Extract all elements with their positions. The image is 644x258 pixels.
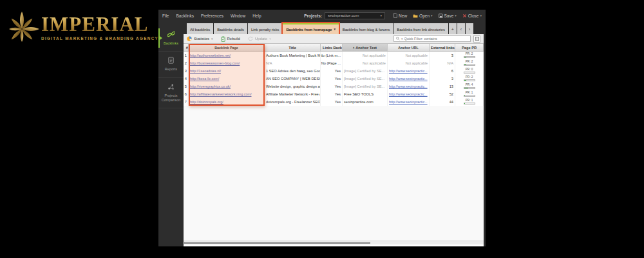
tab-link-penalty-risks[interactable]: Link penalty risks — [248, 23, 282, 34]
page-pr-cell: PR: 1 — [455, 90, 484, 98]
sidebar-item-reports[interactable]: Reports — [158, 52, 184, 77]
imperial-logo: IMPERIAL DIGITAL MARKETING & BRANDING AG… — [5, 8, 158, 49]
scrollbar-thumb[interactable] — [184, 242, 370, 244]
scroll-tabs-left-button[interactable]: ‹ — [457, 23, 465, 34]
chevron-down-icon: ▾ — [480, 14, 482, 17]
column-header-links-back[interactable]: Links Back — [321, 44, 343, 51]
backlink-page-link[interactable]: http://affiliatemarketernetwork.ning.com… — [190, 92, 251, 96]
menu-file[interactable]: File — [162, 14, 169, 18]
title-cell: AN SEO COMPANY | WEB DESIGN | ... — [265, 75, 321, 83]
statistics-button[interactable]: Statistics ▾ — [187, 36, 213, 41]
anchor-url-cell: http://www.seoinpractic... — [388, 98, 430, 106]
page-pr-label: PR: 2 — [466, 53, 473, 56]
column-header-external-links[interactable]: External links — [430, 44, 455, 51]
external-links-cell: 6 — [430, 67, 455, 75]
anchor-text-cell: [Image] Certified by SE... — [343, 67, 388, 75]
page-pr-indicator: PR: 4 — [464, 84, 475, 90]
anchor-url-cell: http://www.seoinpractic... — [388, 83, 430, 90]
row-number-cell: 3 — [184, 67, 189, 75]
new-button-label: New — [399, 14, 407, 18]
table-row[interactable]: 1http://authorswebsites.net/Authors Book… — [184, 52, 484, 59]
tab-all-backlinks[interactable]: All backlinks — [187, 23, 213, 34]
anchor-url-cell: http://www.seoinpractic... — [388, 90, 430, 98]
page-pr-bar — [464, 56, 475, 58]
anchor-text-cell: Not applicable — [343, 59, 388, 67]
quick-filter-input[interactable] — [404, 37, 468, 41]
column-header-anchor-url[interactable]: Anchor URL — [388, 44, 430, 51]
column-header-anchor-text[interactable]: ▴Anchor Text — [343, 44, 388, 51]
column-header-[interactable]: # — [184, 44, 189, 51]
row-number-cell: 5 — [184, 83, 189, 90]
page-pr-label: PR: 0 — [466, 68, 473, 72]
backlink-page-link[interactable]: http://1seoadvies.nl/ — [190, 69, 221, 73]
close-button[interactable]: Close▾ — [462, 13, 482, 18]
anchor-text-cell: seoinpractice.com — [343, 98, 388, 106]
row-number-cell: 7 — [184, 98, 189, 106]
add-tab-button[interactable]: + — [449, 23, 457, 34]
anchor-url-link[interactable]: http://www.seoinpractic... — [389, 84, 428, 88]
backlink-page-link[interactable]: http://businesswomen-blog.com/ — [190, 61, 240, 65]
table-row[interactable]: 7http://dotcompals.org/dotcompals.org - … — [184, 98, 484, 106]
column-header-title[interactable]: Title — [265, 44, 321, 51]
sidebar-item-label: Reports — [165, 67, 177, 72]
menu-preferences[interactable]: Preferences — [201, 14, 223, 18]
horizontal-scrollbar[interactable] — [184, 241, 484, 244]
refresh-arrows-icon — [248, 36, 253, 41]
anchor-url-cell: Not applicable — [388, 59, 430, 67]
sidebar-item-projects-comparison[interactable]: Projects Comparison — [158, 78, 184, 108]
anchor-url-link[interactable]: http://www.seoinpractic... — [389, 77, 428, 81]
clipboard-check-icon — [221, 36, 225, 42]
anchor-url-link[interactable]: http://www.seoinpractic... — [389, 69, 428, 73]
projects-area: Projects: seoinpractice.com ▾ NewOpen▾Sa… — [304, 12, 482, 19]
toolbar: Statistics ▾ Rebuild Update ▾ ▾ — [184, 34, 484, 44]
column-header-backlink-page[interactable]: Backlink Page — [189, 44, 265, 51]
save-button[interactable]: Save▾ — [439, 13, 457, 18]
new-button[interactable]: New — [393, 13, 407, 18]
menu-help[interactable]: Help — [252, 14, 261, 18]
links-back-cell: Yes — [321, 83, 343, 90]
project-select[interactable]: seoinpractice.com ▾ — [325, 12, 385, 19]
page-pr-indicator: PR: 1 — [464, 92, 475, 97]
tab-backlinks-details[interactable]: Backlinks details — [214, 23, 247, 34]
open-button[interactable]: Open▾ — [413, 13, 432, 18]
title-cell: Website design, graphic design and... — [265, 83, 321, 90]
table-row[interactable]: 5http://riversgraphics.co.uk/Website des… — [184, 83, 484, 90]
imperial-star-icon — [5, 8, 40, 49]
menu-window[interactable]: Window — [231, 14, 245, 18]
page-pr-bar-fill — [464, 95, 466, 96]
logo-subtitle: DIGITAL MARKETING & BRANDING AGENCY — [41, 36, 158, 41]
backlink-page-link[interactable]: http://authorswebsites.net/ — [190, 54, 231, 57]
column-header-label: Anchor URL — [398, 46, 418, 50]
backlink-page-link[interactable]: http://dotcompals.org/ — [190, 100, 223, 104]
tab-label: Backlinks from blog & forums — [343, 28, 390, 32]
anchor-url-link[interactable]: http://www.seoinpractic... — [389, 92, 428, 96]
menu-backlinks[interactable]: Backlinks — [176, 14, 193, 18]
table-row[interactable]: 4http://bosa-llc.com/AN SEO COMPANY | WE… — [184, 75, 484, 83]
column-header-label: Anchor Text — [355, 46, 377, 50]
table-row[interactable]: 2http://businesswomen-blog.com/N/ANo (Pa… — [184, 59, 484, 67]
table-row[interactable]: 3http://1seoadvies.nl/1 SEO Advies den h… — [184, 67, 484, 75]
backlink-page-link[interactable]: http://bosa-llc.com/ — [190, 77, 219, 81]
backlink-page-link[interactable]: http://riversgraphics.co.uk/ — [190, 84, 231, 88]
links-back-cell: Yes — [321, 98, 343, 106]
tab-backlinks-from-link-directories[interactable]: Backlinks from link directories — [393, 23, 448, 34]
open-folder-icon — [413, 14, 418, 18]
scroll-tabs-right-button[interactable]: › — [466, 23, 473, 34]
chevron-down-icon: ▾ — [381, 14, 383, 17]
backlinks-app-window: FileBacklinksPreferencesWindowHelp Proje… — [158, 10, 486, 246]
sidebar-item-label: Backlinks — [164, 41, 178, 46]
rebuild-button[interactable]: Rebuild — [221, 36, 240, 42]
title-cell: Authors Book Marketing | Book Mark... — [265, 52, 321, 59]
sidebar-item-backlinks[interactable]: Backlinks — [158, 25, 184, 52]
row-number-cell: 6 — [184, 90, 189, 98]
column-header-page-pr[interactable]: Page PR — [455, 44, 484, 51]
tab-backlinks-from-homepage[interactable]: Backlinks from homepage▾ — [283, 23, 338, 34]
update-button[interactable]: Update ▾ — [248, 36, 271, 41]
chevron-down-icon: ▾ — [431, 14, 433, 17]
table-row[interactable]: 6http://affiliatemarketernetwork.ning.co… — [184, 90, 484, 98]
anchor-url-link[interactable]: http://www.seoinpractic... — [389, 100, 428, 104]
tab-backlinks-from-blog-forums[interactable]: Backlinks from blog & forums — [339, 23, 393, 34]
tab-label: Backlinks from link directories — [397, 28, 444, 32]
close-button-label: Close — [468, 14, 479, 18]
columns-settings-button[interactable] — [473, 35, 480, 43]
